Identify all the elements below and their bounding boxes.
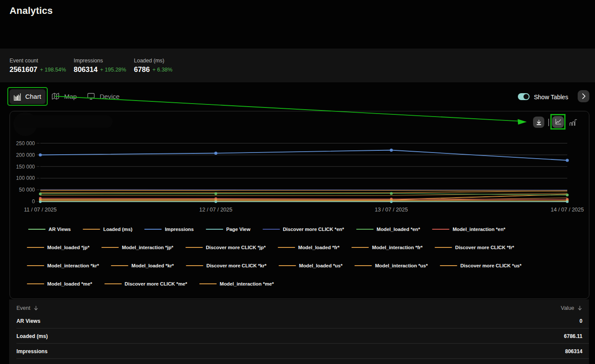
svg-text:100 000: 100 000	[16, 175, 35, 181]
svg-text:0: 0	[32, 198, 35, 205]
svg-text:50 000: 50 000	[19, 187, 35, 193]
svg-text:14 / 07 / 2025: 14 / 07 / 2025	[551, 207, 584, 213]
svg-text:150 000: 150 000	[16, 164, 35, 170]
svg-text:11 / 07 / 2025: 11 / 07 / 2025	[24, 207, 57, 213]
svg-text:13 / 07 / 2025: 13 / 07 / 2025	[375, 207, 408, 213]
svg-text:12 / 07 / 2025: 12 / 07 / 2025	[199, 207, 233, 213]
svg-text:200 000: 200 000	[16, 152, 35, 158]
svg-text:250 000: 250 000	[16, 140, 35, 146]
